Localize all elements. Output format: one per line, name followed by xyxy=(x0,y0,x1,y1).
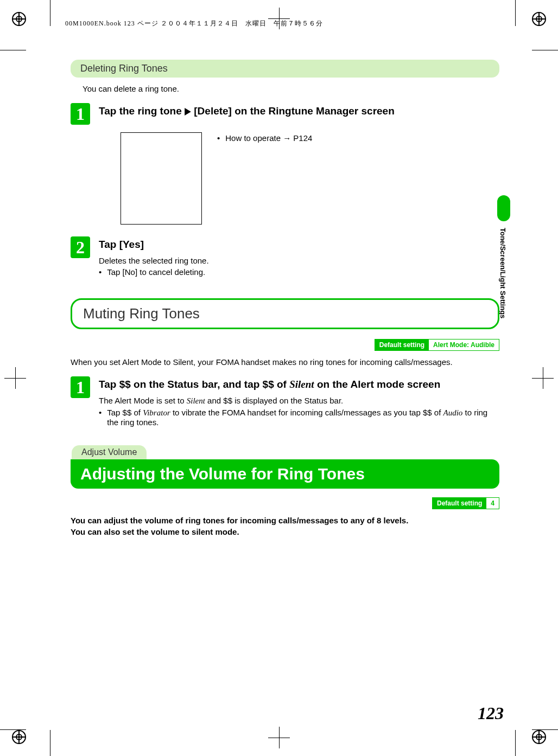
step-number: 1 xyxy=(71,103,90,125)
step-2-line1: Deletes the selected ring tone. xyxy=(99,256,499,265)
registration-mark xyxy=(12,12,26,26)
default-setting-row: Default setting Alert Mode: Audible xyxy=(71,339,499,351)
b1-audio: Audio xyxy=(443,408,462,417)
crop-line xyxy=(515,0,516,26)
l1a: The Alert Mode is set to xyxy=(99,396,187,405)
section3-line1: You can adjust the volume of ring tones … xyxy=(71,516,499,525)
step-silent-title: Tap $$ on the Status bar, and tap $$ of … xyxy=(99,379,499,390)
step-2-title: Tap [Yes] xyxy=(99,239,499,251)
default-setting-box: Default setting 4 xyxy=(432,497,499,509)
l1-silent: Silent xyxy=(187,396,205,405)
crop-line xyxy=(0,729,26,730)
section3-line2: You can also set the volume to silent mo… xyxy=(71,527,499,536)
step-1-silent: 1 Tap $$ on the Status bar, and tap $$ o… xyxy=(71,376,499,429)
heading-muting-ring-tones: Muting Ring Tones xyxy=(71,298,499,329)
crop-line xyxy=(50,0,50,26)
note-arrow: → xyxy=(283,133,291,143)
screenshot-placeholder xyxy=(121,132,202,225)
step-1-title-before: Tap the ring tone xyxy=(99,105,185,117)
registration-mark xyxy=(532,730,546,744)
note-prefix: How to operate xyxy=(225,133,283,143)
crop-line xyxy=(50,730,50,756)
section2-intro: When you set Alert Mode to Silent, your … xyxy=(71,357,499,367)
default-setting-value: 4 xyxy=(486,498,499,509)
note-ref: P124 xyxy=(293,133,312,143)
t1: Tap $$ on the Status bar, and tap $$ of xyxy=(99,379,289,390)
registration-cross xyxy=(268,727,290,748)
triangle-arrow-icon xyxy=(185,108,191,116)
feature-heading-block: Adjust Volume Adjusting the Volume for R… xyxy=(71,445,499,489)
crop-line xyxy=(532,50,558,50)
default-setting-row-2: Default setting 4 xyxy=(71,497,499,509)
registration-cross xyxy=(532,367,554,389)
screenshot-note: How to operate → P124 xyxy=(217,132,312,145)
default-setting-value: Alert Mode: Audible xyxy=(429,339,499,350)
feature-main-heading: Adjusting the Volume for Ring Tones xyxy=(71,459,499,489)
heading-deleting-ring-tones: Deleting Ring Tones xyxy=(71,60,499,78)
step-1-title: Tap the ring tone [Delete] on the Ringtu… xyxy=(99,105,499,117)
silent-line1: The Alert Mode is set to Silent and $$ i… xyxy=(99,396,499,406)
step-number: 1 xyxy=(71,376,90,398)
how-to-operate-note: How to operate → P124 xyxy=(217,133,312,143)
t-silent: Silent xyxy=(289,379,314,390)
step-1-delete: 1 Tap the ring tone [Delete] on the Ring… xyxy=(71,103,499,125)
registration-mark xyxy=(532,12,546,26)
page-number: 123 xyxy=(478,703,504,723)
t2: on the Alert mode screen xyxy=(317,379,440,390)
section1-intro: You can delete a ring tone. xyxy=(83,84,499,93)
b1a: Tap $$ of xyxy=(107,408,143,417)
default-setting-box: Default setting Alert Mode: Audible xyxy=(375,339,499,351)
registration-cross xyxy=(4,367,26,389)
l1b: and $$ is displayed on the Status bar. xyxy=(207,396,343,405)
step-number: 2 xyxy=(71,236,90,258)
silent-bullet: Tap $$ of Vibrator to vibrate the FOMA h… xyxy=(99,408,499,427)
section-side-label: Tone/Screen/Light Settings xyxy=(499,228,507,318)
default-setting-label: Default setting xyxy=(433,498,486,509)
crop-line xyxy=(515,730,516,756)
crop-line xyxy=(532,729,558,730)
page-content: Deleting Ring Tones You can delete a rin… xyxy=(71,0,499,536)
step-1-title-after: [Delete] on the Ringtune Manager screen xyxy=(194,105,395,117)
step-2-tap-yes: 2 Tap [Yes] Deletes the selected ring to… xyxy=(71,236,499,279)
crop-line xyxy=(0,50,26,50)
step-2-bullet: Tap [No] to cancel deleting. xyxy=(99,267,499,277)
registration-mark xyxy=(12,730,26,744)
feature-sub-heading: Adjust Volume xyxy=(72,445,147,459)
step-2-bullet-text: Tap [No] to cancel deleting. xyxy=(107,267,205,277)
default-setting-label: Default setting xyxy=(375,339,429,350)
b1b: to vibrate the FOMA handset for incoming… xyxy=(173,408,443,417)
b1-vib: Vibrator xyxy=(143,408,170,417)
svg-marker-0 xyxy=(185,108,191,116)
screenshot-row: How to operate → P124 xyxy=(121,132,499,225)
